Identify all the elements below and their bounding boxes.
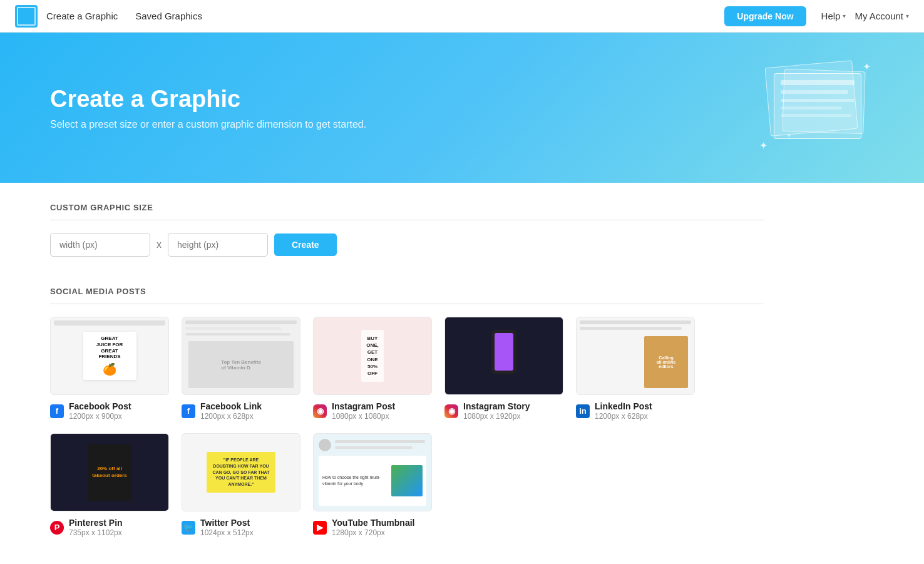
preset-info-pinterest: Pinterest Pin 735px x 1102px [69, 518, 123, 537]
custom-size-section: CUSTOM GRAPHIC SIZE x Create [50, 203, 764, 257]
preset-size-twitter: 1024px x 512px [200, 528, 254, 537]
preset-meta-twitter: 🐦 Twitter Post 1024px x 512px [182, 518, 300, 537]
preset-meta-li-post: in LinkedIn Post 1200px x 628px [576, 401, 695, 421]
preset-meta-youtube: ▶ YouTube Thumbnail 1280px x 720px [313, 518, 432, 537]
preset-thumb-twitter: "IF PEOPLE ARE DOUBTING HOW FAR YOU CAN … [182, 433, 300, 511]
sparkle-icon-1: ✦ [863, 61, 871, 73]
help-button[interactable]: Help ▾ [821, 11, 846, 21]
preset-size-youtube: 1280px x 720px [332, 528, 414, 537]
preset-name-pinterest: Pinterest Pin [69, 518, 123, 528]
social-media-heading: SOCIAL MEDIA POSTS [50, 287, 764, 296]
hero-banner: Create a Graphic Select a preset size or… [0, 33, 924, 183]
preset-card-twitter[interactable]: "IF PEOPLE ARE DOUBTING HOW FAR YOU CAN … [182, 433, 300, 537]
sparkle-icon-2: ✦ [759, 140, 767, 151]
preset-name-fb-post: Facebook Post [69, 401, 131, 411]
preset-thumb-fb-post: GREATJUICE FORGREATFRIENDS 🍊 [50, 317, 169, 395]
preset-icon-pinterest: P [50, 521, 64, 535]
upgrade-button[interactable]: Upgrade Now [724, 6, 806, 26]
preset-icon-li-post: in [576, 404, 590, 418]
preset-icon-fb-post: f [50, 404, 64, 418]
preset-size-li-post: 1200px x 628px [595, 412, 652, 421]
nav-create-graphic[interactable]: Create a Graphic [46, 11, 118, 21]
preset-thumb-pinterest: 20% off all takeout orders [50, 433, 169, 511]
preset-card-li-post[interactable]: Callingall onlineeditors in LinkedIn Pos… [576, 317, 695, 421]
preset-card-fb-link[interactable]: Top Ten Benefitsof Vitamin D f Facebook … [182, 317, 300, 421]
social-media-divider [50, 304, 764, 304]
preset-info-fb-link: Facebook Link 1200px x 628px [200, 401, 262, 421]
preset-meta-ig-post: ◉ Instagram Post 1080px x 1080px [313, 401, 432, 421]
preset-meta-fb-post: f Facebook Post 1200px x 900px [50, 401, 169, 421]
preset-name-fb-link: Facebook Link [200, 401, 262, 411]
preset-card-pinterest[interactable]: 20% off all takeout orders P Pinterest P… [50, 433, 169, 537]
preset-info-li-post: LinkedIn Post 1200px x 628px [595, 401, 652, 421]
preset-thumb-li-post: Callingall onlineeditors [576, 317, 695, 395]
preset-thumb-ig-story [444, 317, 563, 395]
preset-name-twitter: Twitter Post [200, 518, 254, 528]
preset-icon-twitter: 🐦 [182, 521, 195, 535]
height-input[interactable] [168, 233, 268, 257]
preset-icon-ig-post: ◉ [313, 404, 327, 418]
preset-card-fb-post[interactable]: GREATJUICE FORGREATFRIENDS 🍊 f Facebook … [50, 317, 169, 421]
custom-size-row: x Create [50, 233, 764, 257]
preset-icon-ig-story: ◉ [444, 404, 458, 418]
preset-info-youtube: YouTube Thumbnail 1280px x 720px [332, 518, 414, 537]
create-button[interactable]: Create [274, 233, 337, 256]
account-chevron-icon: ▾ [906, 13, 909, 19]
hero-title: Create a Graphic [50, 86, 366, 113]
hero-illustration: ✦ ✦ ✦ [749, 58, 874, 158]
preset-info-ig-story: Instagram Story 1080px x 1920px [463, 401, 530, 421]
preset-info-ig-post: Instagram Post 1080px x 1080px [332, 401, 395, 421]
nav-saved-graphics[interactable]: Saved Graphics [135, 11, 202, 21]
my-account-button[interactable]: My Account ▾ [855, 11, 909, 21]
preset-name-ig-post: Instagram Post [332, 401, 395, 411]
preset-size-ig-post: 1080px x 1080px [332, 412, 395, 421]
preset-thumb-youtube: How to choose the right multi-vitamin fo… [313, 433, 432, 511]
preset-info-twitter: Twitter Post 1024px x 512px [200, 518, 254, 537]
preset-icon-fb-link: f [182, 404, 195, 418]
logo[interactable] [15, 5, 38, 28]
preset-meta-fb-link: f Facebook Link 1200px x 628px [182, 401, 300, 421]
hero-subtitle: Select a preset size or enter a custom g… [50, 119, 366, 130]
preset-meta-ig-story: ◉ Instagram Story 1080px x 1920px [444, 401, 563, 421]
preset-info-fb-post: Facebook Post 1200px x 900px [69, 401, 131, 421]
preset-size-fb-link: 1200px x 628px [200, 412, 262, 421]
preset-name-youtube: YouTube Thumbnail [332, 518, 414, 528]
custom-size-divider [50, 220, 764, 220]
custom-size-heading: CUSTOM GRAPHIC SIZE [50, 203, 764, 212]
preset-name-li-post: LinkedIn Post [595, 401, 652, 411]
preset-meta-pinterest: P Pinterest Pin 735px x 1102px [50, 518, 169, 537]
times-label: x [157, 239, 162, 250]
preset-card-ig-story[interactable]: ◉ Instagram Story 1080px x 1920px [444, 317, 563, 421]
hero-text: Create a Graphic Select a preset size or… [50, 86, 366, 130]
navbar: Create a Graphic Saved Graphics Upgrade … [0, 0, 924, 33]
main-content: CUSTOM GRAPHIC SIZE x Create SOCIAL MEDI… [0, 183, 814, 557]
social-media-section: SOCIAL MEDIA POSTS GREATJUICE FORGREATFR… [50, 287, 764, 537]
preset-size-pinterest: 735px x 1102px [69, 528, 123, 537]
width-input[interactable] [50, 233, 150, 257]
preset-size-ig-story: 1080px x 1920px [463, 412, 530, 421]
presets-grid: GREATJUICE FORGREATFRIENDS 🍊 f Facebook … [50, 317, 764, 537]
sparkle-icon-3: ✦ [786, 132, 791, 139]
help-chevron-icon: ▾ [843, 13, 846, 19]
preset-card-ig-post[interactable]: BUYONE,GETONE50%OFF ◉ Instagram Post 108… [313, 317, 432, 421]
preset-card-youtube[interactable]: How to choose the right multi-vitamin fo… [313, 433, 432, 537]
preset-thumb-fb-link: Top Ten Benefitsof Vitamin D [182, 317, 300, 395]
preset-icon-youtube: ▶ [313, 521, 327, 535]
preset-thumb-ig-post: BUYONE,GETONE50%OFF [313, 317, 432, 395]
preset-size-fb-post: 1200px x 900px [69, 412, 131, 421]
preset-name-ig-story: Instagram Story [463, 401, 530, 411]
